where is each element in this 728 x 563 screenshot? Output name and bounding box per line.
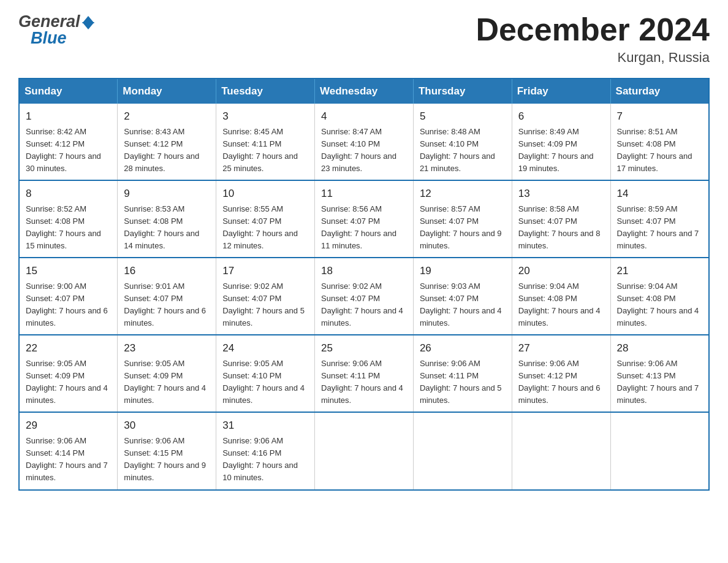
day-info: Sunrise: 9:02 AMSunset: 4:07 PMDaylight:…	[321, 280, 407, 330]
logo: General Blue	[18, 12, 94, 48]
day-number: 12	[420, 186, 506, 202]
day-number: 8	[26, 186, 111, 202]
page-header: General Blue December 2024 Kurgan, Russi…	[18, 12, 710, 66]
day-info: Sunrise: 8:57 AMSunset: 4:07 PMDaylight:…	[420, 203, 506, 253]
calendar-header-wednesday: Wednesday	[315, 79, 414, 104]
calendar-cell: 7Sunrise: 8:51 AMSunset: 4:08 PMDaylight…	[610, 104, 709, 180]
day-info: Sunrise: 8:55 AMSunset: 4:07 PMDaylight:…	[222, 203, 308, 253]
calendar-week-row: 29Sunrise: 9:06 AMSunset: 4:14 PMDayligh…	[19, 412, 709, 489]
calendar-header-sunday: Sunday	[19, 79, 118, 104]
location: Kurgan, Russia	[476, 50, 710, 66]
day-info: Sunrise: 9:01 AMSunset: 4:07 PMDaylight:…	[124, 280, 210, 330]
title-section: December 2024 Kurgan, Russia	[476, 12, 710, 66]
calendar-cell: 21Sunrise: 9:04 AMSunset: 4:08 PMDayligh…	[610, 258, 709, 335]
calendar-cell: 14Sunrise: 8:59 AMSunset: 4:07 PMDayligh…	[610, 180, 709, 258]
day-info: Sunrise: 9:06 AMSunset: 4:11 PMDaylight:…	[321, 358, 407, 407]
calendar-cell: 2Sunrise: 8:43 AMSunset: 4:12 PMDaylight…	[118, 104, 216, 180]
day-info: Sunrise: 9:04 AMSunset: 4:08 PMDaylight:…	[518, 280, 604, 330]
calendar-week-row: 1Sunrise: 8:42 AMSunset: 4:12 PMDaylight…	[19, 104, 709, 180]
day-number: 25	[321, 340, 407, 356]
day-info: Sunrise: 8:58 AMSunset: 4:07 PMDaylight:…	[518, 203, 604, 253]
day-info: Sunrise: 9:00 AMSunset: 4:07 PMDaylight:…	[26, 280, 111, 330]
day-number: 5	[420, 109, 506, 124]
day-number: 4	[321, 109, 407, 124]
calendar-cell: 24Sunrise: 9:05 AMSunset: 4:10 PMDayligh…	[216, 335, 315, 412]
calendar-cell: 28Sunrise: 9:06 AMSunset: 4:13 PMDayligh…	[610, 335, 709, 412]
calendar-cell	[512, 412, 610, 489]
calendar-cell: 16Sunrise: 9:01 AMSunset: 4:07 PMDayligh…	[118, 258, 216, 335]
day-number: 6	[518, 109, 604, 124]
calendar-cell: 13Sunrise: 8:58 AMSunset: 4:07 PMDayligh…	[512, 180, 610, 258]
day-number: 14	[617, 186, 702, 202]
calendar-cell: 5Sunrise: 8:48 AMSunset: 4:10 PMDaylight…	[413, 104, 512, 180]
day-number: 19	[420, 263, 506, 279]
day-number: 13	[518, 186, 604, 202]
day-number: 22	[26, 340, 111, 356]
day-info: Sunrise: 8:45 AMSunset: 4:11 PMDaylight:…	[222, 126, 308, 175]
calendar-cell: 1Sunrise: 8:42 AMSunset: 4:12 PMDaylight…	[19, 104, 118, 180]
calendar-cell: 10Sunrise: 8:55 AMSunset: 4:07 PMDayligh…	[216, 180, 315, 258]
calendar-cell	[413, 412, 512, 489]
day-info: Sunrise: 8:43 AMSunset: 4:12 PMDaylight:…	[124, 126, 210, 175]
month-title: December 2024	[476, 12, 710, 47]
calendar-cell: 6Sunrise: 8:49 AMSunset: 4:09 PMDaylight…	[512, 104, 610, 180]
calendar-week-row: 22Sunrise: 9:05 AMSunset: 4:09 PMDayligh…	[19, 335, 709, 412]
day-number: 30	[124, 418, 210, 434]
day-info: Sunrise: 9:06 AMSunset: 4:13 PMDaylight:…	[617, 358, 702, 407]
calendar-cell: 3Sunrise: 8:45 AMSunset: 4:11 PMDaylight…	[216, 104, 315, 180]
calendar-cell: 11Sunrise: 8:56 AMSunset: 4:07 PMDayligh…	[315, 180, 414, 258]
day-info: Sunrise: 8:49 AMSunset: 4:09 PMDaylight:…	[518, 126, 604, 175]
calendar-cell: 15Sunrise: 9:00 AMSunset: 4:07 PMDayligh…	[19, 258, 118, 335]
day-info: Sunrise: 9:06 AMSunset: 4:15 PMDaylight:…	[124, 435, 210, 484]
calendar-cell: 31Sunrise: 9:06 AMSunset: 4:16 PMDayligh…	[216, 412, 315, 489]
day-info: Sunrise: 9:06 AMSunset: 4:11 PMDaylight:…	[420, 358, 506, 407]
calendar-header-monday: Monday	[118, 79, 216, 104]
calendar-cell: 26Sunrise: 9:06 AMSunset: 4:11 PMDayligh…	[413, 335, 512, 412]
day-number: 26	[420, 340, 506, 356]
day-info: Sunrise: 8:48 AMSunset: 4:10 PMDaylight:…	[420, 126, 506, 175]
calendar-cell: 18Sunrise: 9:02 AMSunset: 4:07 PMDayligh…	[315, 258, 414, 335]
calendar-cell: 27Sunrise: 9:06 AMSunset: 4:12 PMDayligh…	[512, 335, 610, 412]
day-number: 27	[518, 340, 604, 356]
calendar-week-row: 15Sunrise: 9:00 AMSunset: 4:07 PMDayligh…	[19, 258, 709, 335]
calendar-cell: 17Sunrise: 9:02 AMSunset: 4:07 PMDayligh…	[216, 258, 315, 335]
day-info: Sunrise: 9:06 AMSunset: 4:12 PMDaylight:…	[518, 358, 604, 407]
calendar-cell: 20Sunrise: 9:04 AMSunset: 4:08 PMDayligh…	[512, 258, 610, 335]
day-info: Sunrise: 8:52 AMSunset: 4:08 PMDaylight:…	[26, 203, 111, 253]
calendar-cell: 30Sunrise: 9:06 AMSunset: 4:15 PMDayligh…	[118, 412, 216, 489]
logo-blue-text: Blue	[31, 29, 67, 48]
calendar-cell: 25Sunrise: 9:06 AMSunset: 4:11 PMDayligh…	[315, 335, 414, 412]
day-number: 7	[617, 109, 702, 124]
day-info: Sunrise: 9:05 AMSunset: 4:09 PMDaylight:…	[26, 358, 111, 407]
day-number: 2	[124, 109, 210, 124]
calendar-cell: 9Sunrise: 8:53 AMSunset: 4:08 PMDaylight…	[118, 180, 216, 258]
calendar-cell: 23Sunrise: 9:05 AMSunset: 4:09 PMDayligh…	[118, 335, 216, 412]
calendar-header-row: SundayMondayTuesdayWednesdayThursdayFrid…	[19, 79, 709, 104]
logo-arrow-icon	[82, 16, 94, 29]
day-number: 28	[617, 340, 702, 356]
calendar-table: SundayMondayTuesdayWednesdayThursdayFrid…	[18, 78, 710, 490]
calendar-cell: 4Sunrise: 8:47 AMSunset: 4:10 PMDaylight…	[315, 104, 414, 180]
day-number: 9	[124, 186, 210, 202]
day-info: Sunrise: 9:05 AMSunset: 4:10 PMDaylight:…	[222, 358, 308, 407]
day-number: 11	[321, 186, 407, 202]
calendar-header-thursday: Thursday	[413, 79, 512, 104]
calendar-cell	[315, 412, 414, 489]
calendar-cell	[610, 412, 709, 489]
day-number: 3	[222, 109, 308, 124]
day-info: Sunrise: 8:47 AMSunset: 4:10 PMDaylight:…	[321, 126, 407, 175]
calendar-cell: 29Sunrise: 9:06 AMSunset: 4:14 PMDayligh…	[19, 412, 118, 489]
day-info: Sunrise: 9:02 AMSunset: 4:07 PMDaylight:…	[222, 280, 308, 330]
day-info: Sunrise: 9:06 AMSunset: 4:14 PMDaylight:…	[26, 435, 111, 484]
calendar-cell: 8Sunrise: 8:52 AMSunset: 4:08 PMDaylight…	[19, 180, 118, 258]
day-number: 17	[222, 263, 308, 279]
day-info: Sunrise: 8:53 AMSunset: 4:08 PMDaylight:…	[124, 203, 210, 253]
day-number: 21	[617, 263, 702, 279]
day-number: 15	[26, 263, 111, 279]
day-info: Sunrise: 9:03 AMSunset: 4:07 PMDaylight:…	[420, 280, 506, 330]
day-number: 24	[222, 340, 308, 356]
day-number: 16	[124, 263, 210, 279]
day-info: Sunrise: 9:06 AMSunset: 4:16 PMDaylight:…	[222, 435, 308, 484]
calendar-week-row: 8Sunrise: 8:52 AMSunset: 4:08 PMDaylight…	[19, 180, 709, 258]
day-info: Sunrise: 8:42 AMSunset: 4:12 PMDaylight:…	[26, 126, 111, 175]
